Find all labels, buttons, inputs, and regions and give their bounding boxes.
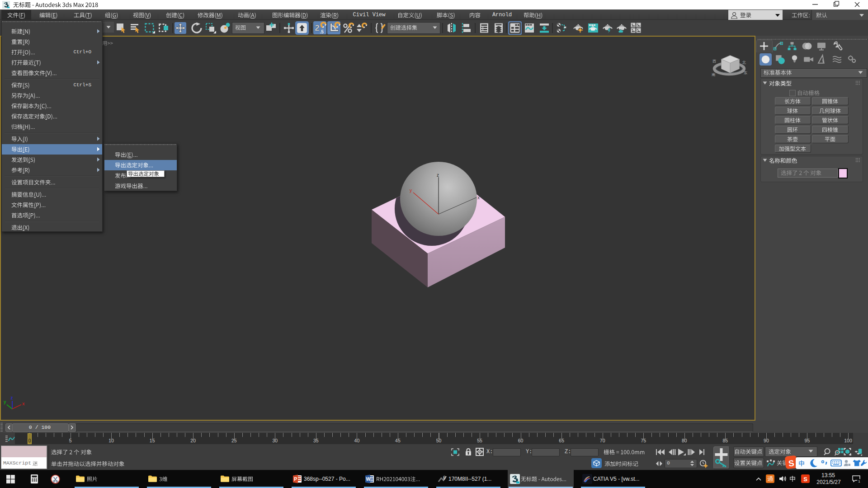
svg-text:y: y bbox=[4, 399, 6, 404]
svg-text:z: z bbox=[11, 395, 13, 400]
svg-text:z: z bbox=[437, 173, 439, 178]
svg-text:南: 南 bbox=[712, 73, 716, 77]
svg-text:S: S bbox=[788, 458, 795, 468]
svg-text:x: x bbox=[477, 195, 480, 200]
svg-text:2: 2 bbox=[315, 23, 320, 33]
svg-text:北: 北 bbox=[742, 61, 746, 65]
svg-text:西: 西 bbox=[712, 59, 716, 63]
svg-text:y: y bbox=[410, 188, 412, 193]
svg-text:W: W bbox=[366, 476, 371, 482]
svg-text:x: x bbox=[22, 401, 25, 406]
svg-text:.5: .5 bbox=[320, 29, 324, 34]
svg-text:东: 东 bbox=[744, 71, 747, 75]
svg-text:1: 1 bbox=[858, 479, 860, 483]
svg-text:P: P bbox=[294, 476, 297, 482]
svg-text:6: 6 bbox=[443, 475, 446, 480]
